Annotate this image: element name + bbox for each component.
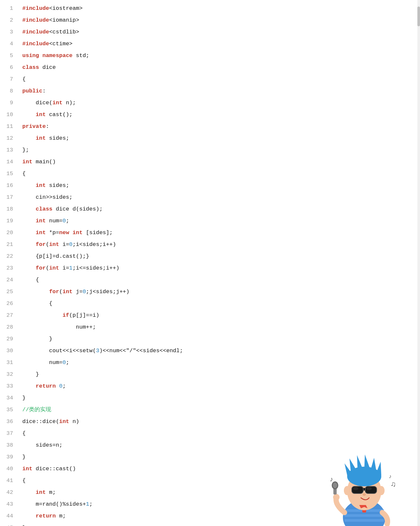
svg-point-24 <box>333 494 340 500</box>
svg-point-27 <box>333 482 337 488</box>
ln-4: 4 <box>0 38 17 50</box>
svg-marker-10 <box>357 455 364 472</box>
ln-17: 17 <box>0 192 17 203</box>
ln-12: 12 <box>0 132 17 144</box>
ln-13: 13 <box>0 144 17 156</box>
code-line-22: {p[i]=d.cast();} <box>17 251 420 262</box>
ln-26: 26 <box>0 298 17 310</box>
ln-24: 24 <box>0 274 17 286</box>
svg-marker-13 <box>376 462 381 475</box>
ln-20: 20 <box>0 227 17 239</box>
ln-21: 21 <box>0 239 17 251</box>
code-line-20: int *p=new int [sides]; <box>17 227 420 239</box>
svg-point-18 <box>367 487 372 490</box>
ln-33: 33 <box>0 380 17 392</box>
ln-7: 7 <box>0 73 17 85</box>
ln-30: 30 <box>0 345 17 357</box>
svg-text:♫: ♫ <box>390 480 396 488</box>
code-line-23: for(int i=1;i<=sides;i++) <box>17 262 420 274</box>
ln-39: 39 <box>0 451 17 463</box>
code-line-32: } <box>17 369 420 380</box>
svg-marker-11 <box>364 455 371 471</box>
svg-point-21 <box>363 493 366 496</box>
svg-point-22 <box>344 486 350 495</box>
ln-37: 37 <box>0 428 17 439</box>
ln-10: 10 <box>0 109 17 121</box>
ln-8: 8 <box>0 85 17 97</box>
scrollbar-thumb[interactable] <box>417 7 420 26</box>
code-line-4: #include<ctime> <box>17 38 420 50</box>
ln-45: 45 <box>0 522 17 526</box>
svg-text:♪: ♪ <box>389 474 391 479</box>
code-line-3: #include<cstdlib> <box>17 26 420 38</box>
ln-2: 2 <box>0 14 17 26</box>
code-line-21: for(int i=0;i<sides;i++) <box>17 239 420 251</box>
code-line-5: using namespace std; <box>17 50 420 62</box>
ln-11: 11 <box>0 121 17 132</box>
svg-point-23 <box>378 486 385 495</box>
ln-19: 19 <box>0 215 17 227</box>
code-line-36: dice::dice(int n) <box>17 416 420 428</box>
ln-34: 34 <box>0 392 17 404</box>
code-line-7: { <box>17 73 420 85</box>
code-line-16: int sides; <box>17 180 420 192</box>
code-line-19: int num=0; <box>17 215 420 227</box>
ln-22: 22 <box>0 251 17 262</box>
code-line-15: { <box>17 168 420 180</box>
code-line-6: class dice <box>17 62 420 73</box>
ln-36: 36 <box>0 416 17 428</box>
code-line-2: #include<iomanip> <box>17 14 420 26</box>
ln-29: 29 <box>0 333 17 345</box>
code-line-28: num++; <box>17 321 420 333</box>
ln-42: 42 <box>0 487 17 498</box>
svg-point-17 <box>353 487 358 490</box>
ln-1: 1 <box>0 3 17 14</box>
code-line-29: } <box>17 333 420 345</box>
code-line-33: return 0; <box>17 380 420 392</box>
code-line-34: } <box>17 392 420 404</box>
ln-18: 18 <box>0 203 17 215</box>
svg-text:♪: ♪ <box>330 475 333 483</box>
code-line-12: int sides; <box>17 132 420 144</box>
svg-marker-12 <box>370 458 377 473</box>
avatar-image: ♪ ♪ ♫ <box>328 449 400 526</box>
svg-rect-15 <box>365 486 377 494</box>
code-area: #include<iostream> #include<iomanip> #in… <box>17 0 420 526</box>
code-line-11: private: <box>17 121 420 132</box>
code-line-24: { <box>17 274 420 286</box>
ln-44: 44 <box>0 510 17 522</box>
ln-32: 32 <box>0 369 17 380</box>
ln-6: 6 <box>0 62 17 73</box>
code-editor: 1 2 3 4 5 6 7 8 9 10 11 12 13 14 15 16 1… <box>0 0 420 526</box>
scrollbar[interactable] <box>417 0 420 526</box>
ln-40: 40 <box>0 463 17 475</box>
svg-rect-2 <box>345 514 384 517</box>
ln-27: 27 <box>0 310 17 321</box>
code-line-35: //类的实现 <box>17 404 420 416</box>
line-numbers: 1 2 3 4 5 6 7 8 9 10 11 12 13 14 15 16 1… <box>0 0 17 526</box>
code-line-30: cout<<i<<setw(3)<<num<<"/"<<sides<<endl; <box>17 345 420 357</box>
code-line-26: { <box>17 298 420 310</box>
code-line-9: dice(int n); <box>17 97 420 109</box>
ln-23: 23 <box>0 262 17 274</box>
ln-3: 3 <box>0 26 17 38</box>
ln-15: 15 <box>0 168 17 180</box>
ln-43: 43 <box>0 498 17 510</box>
code-line-17: cin>>sides; <box>17 192 420 203</box>
code-line-8: public: <box>17 85 420 97</box>
code-line-10: int cast(); <box>17 109 420 121</box>
svg-rect-3 <box>345 519 384 522</box>
code-line-18: class dice d(sides); <box>17 203 420 215</box>
ln-9: 9 <box>0 97 17 109</box>
ln-35: 35 <box>0 404 17 416</box>
ln-5: 5 <box>0 50 17 62</box>
svg-rect-14 <box>352 486 363 494</box>
code-line-37: { <box>17 428 420 439</box>
ln-16: 16 <box>0 180 17 192</box>
code-line-14: int main() <box>17 156 420 168</box>
ln-25: 25 <box>0 286 17 298</box>
code-line-27: if(p[j]==i) <box>17 310 420 321</box>
ln-14: 14 <box>0 156 17 168</box>
code-line-1: #include<iostream> <box>17 3 420 14</box>
ln-28: 28 <box>0 321 17 333</box>
